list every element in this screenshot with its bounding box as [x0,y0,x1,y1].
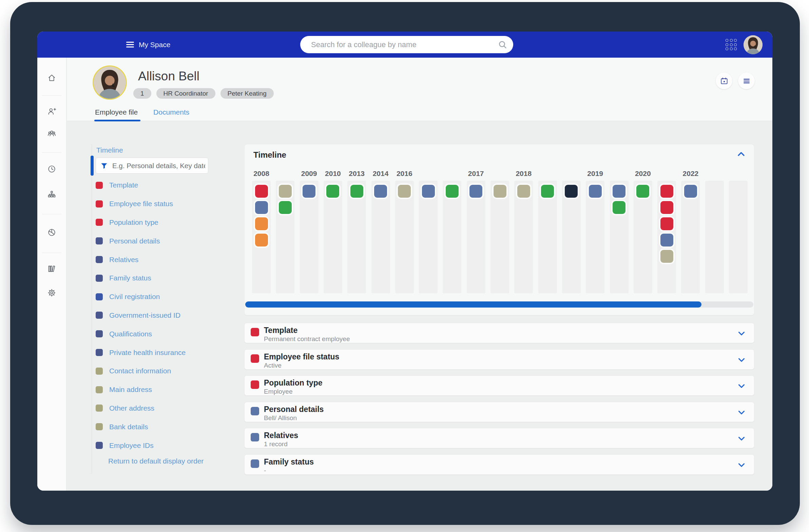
timeline-event-square[interactable] [660,217,673,230]
timeline-event-square[interactable] [326,185,339,198]
timeline-column [372,181,390,293]
apps-grid-button[interactable] [725,38,739,52]
section-row-template[interactable]: TemplatePermanent contract employee [244,323,754,343]
timeline-event-square[interactable] [517,185,530,198]
timeline-column [729,181,747,293]
year-label: 2013 [349,170,365,178]
timeline-event-square[interactable] [660,250,673,263]
section-subtitle: Permanent contract employee [264,335,350,343]
sidebar-item-team[interactable] [47,128,57,138]
timeline-event-square[interactable] [279,185,292,198]
timeline-event-square[interactable] [422,185,435,198]
timeline-event-square[interactable] [541,185,554,198]
timeline-event-square[interactable] [255,185,268,198]
category-label: Bank details [109,423,148,431]
timeline-event-square[interactable] [636,185,649,198]
section-subtitle: Employee [264,388,293,395]
category-item-employee-file-status[interactable]: Employee file status [96,195,228,213]
timeline-event-square[interactable] [255,234,268,247]
collapse-timeline-button[interactable] [734,148,746,161]
timeline-event-square[interactable] [350,185,363,198]
sidebar-item-library[interactable] [47,264,57,273]
section-row-personal-details[interactable]: Personal detailsBell/ Allison [244,402,754,422]
timeline-column [586,181,604,293]
search-input[interactable] [310,36,495,53]
timeline-event-square[interactable] [660,201,673,214]
category-label: Main address [109,386,152,394]
timeline-scrollbar-thumb[interactable] [245,301,702,307]
sidebar-item-pie-chart[interactable] [47,228,57,237]
section-row-family-status[interactable]: Family status- [244,454,754,475]
sidebar-item-org-chart[interactable] [47,190,57,199]
panel-divider [91,144,92,474]
filter-funnel-icon [100,162,108,170]
timeline-column [562,181,581,293]
category-item-government-issued-id[interactable]: Government-issued ID [96,306,228,325]
filter-input[interactable] [111,158,206,173]
sidebar-item-settings[interactable] [47,288,57,297]
timeline-event-square[interactable] [303,185,315,198]
section-color-swatch [251,328,259,336]
timeline-event-square[interactable] [398,185,411,198]
category-color-swatch [96,293,103,300]
timeline-event-square[interactable] [565,185,578,198]
main-content: Allison Bell 1HR CoordinatorPeter Keatin… [67,58,772,491]
category-item-private-health-insurance[interactable]: Private health insurance [96,343,228,362]
chevron-down-icon [736,381,746,391]
category-item-main-address[interactable]: Main address [96,380,228,399]
category-item-employee-ids[interactable]: Employee IDs [96,436,228,455]
timeline-column [347,181,366,293]
timeline-event-square[interactable] [684,185,697,198]
timeline-event-square[interactable] [660,234,673,247]
timeline-event-square[interactable] [613,201,625,214]
category-item-other-address[interactable]: Other address [96,399,228,418]
category-item-personal-details[interactable]: Personal details [96,232,228,250]
category-item-family-status[interactable]: Family status [96,269,228,287]
menu-button[interactable]: My Space [124,32,172,58]
timeline-scrollbar-track[interactable] [245,301,753,307]
sidebar-item-home[interactable] [47,73,57,83]
category-item-template[interactable]: Template [96,176,228,195]
timeline-event-square[interactable] [613,185,625,198]
home-icon [47,73,57,83]
timeline-event-square[interactable] [255,217,268,230]
chevron-down-icon [736,460,746,470]
category-item-qualifications[interactable]: Qualifications [96,324,228,343]
filter-box[interactable] [96,158,208,174]
tab-employee-file[interactable]: Employee file [95,108,138,121]
section-row-relatives[interactable]: Relatives1 record [244,428,754,448]
timeline-event-square[interactable] [374,185,387,198]
category-item-bank-details[interactable]: Bank details [96,418,228,436]
timeline-title: Timeline [253,150,286,160]
sidebar-item-time[interactable] [47,164,57,174]
timeline-event-square[interactable] [446,185,459,198]
topbar-avatar[interactable] [743,35,762,54]
search-icon[interactable] [498,40,507,50]
category-item-civil-registration[interactable]: Civil registration [96,287,228,306]
timeline-event-square[interactable] [494,185,506,198]
timeline-link[interactable]: Timeline [96,146,123,154]
category-item-contact-information[interactable]: Contact information [96,362,228,380]
sidebar-item-add-person[interactable] [47,106,57,116]
tab-documents[interactable]: Documents [153,108,189,121]
reset-order-link[interactable]: Return to default display order [108,457,204,465]
timeline-event-square[interactable] [255,201,268,214]
category-item-relatives[interactable]: Relatives [96,250,228,269]
timeline-event-square[interactable] [469,185,482,198]
category-item-population-type[interactable]: Population type [96,213,228,232]
timeline-event-square[interactable] [589,185,602,198]
timeline-event-square[interactable] [660,185,673,198]
team-icon [47,129,57,138]
list-menu-button[interactable] [738,73,755,89]
section-row-population-type[interactable]: Population typeEmployee [244,375,754,396]
hamburger-icon [126,40,134,49]
timeline-event-square[interactable] [279,201,292,214]
profile-badge: Peter Keating [221,88,274,99]
category-color-swatch [96,219,103,226]
profile-avatar[interactable] [93,67,126,99]
section-row-employee-file-status[interactable]: Employee file statusActive [244,349,754,370]
category-color-swatch [96,274,103,282]
search-bar[interactable] [300,36,513,53]
calendar-button[interactable] [716,73,732,89]
category-label: Family status [109,274,151,282]
